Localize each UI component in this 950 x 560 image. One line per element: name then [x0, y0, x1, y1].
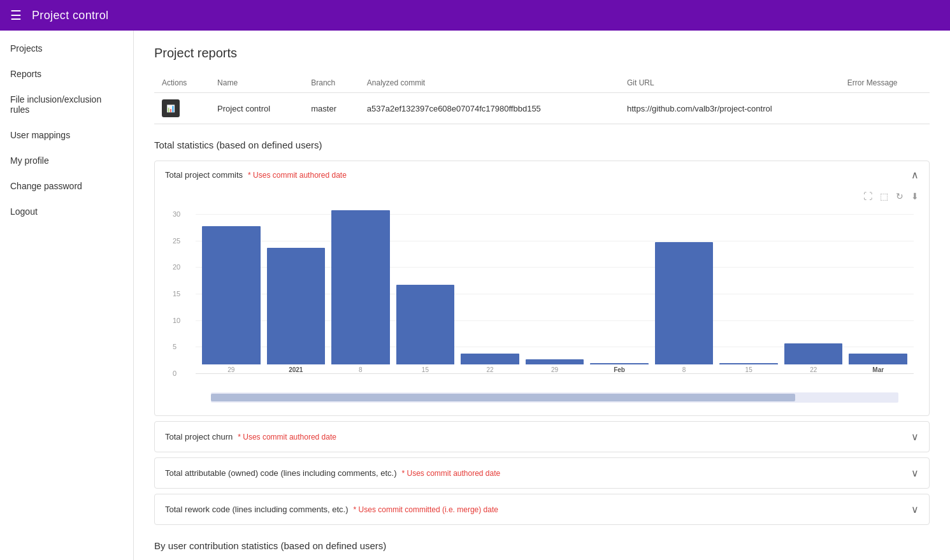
chart-scrollbar[interactable]: [211, 392, 898, 403]
commits-header-left: Total project commits * Uses commit auth…: [165, 170, 347, 180]
app-title: Project control: [32, 9, 108, 22]
bar-label-9: 22: [810, 366, 817, 373]
row-git-url: https://github.com/valb3r/project-contro…: [619, 93, 840, 124]
rework-chart-card: Total rework code (lines including comme…: [154, 494, 930, 525]
churn-header-left: Total project churn * Uses commit author…: [165, 432, 336, 442]
toolbar-download-icon[interactable]: ⬇: [911, 191, 919, 201]
attributable-chart-header[interactable]: Total attributable (owned) code (lines i…: [155, 458, 929, 488]
row-branch: master: [303, 93, 359, 124]
col-error: Error Message: [840, 73, 930, 93]
bar-group-5: 29: [526, 359, 584, 373]
bar-group-3: 15: [396, 285, 455, 373]
by-user-section-title: By user contribution statistics (based o…: [154, 540, 930, 551]
col-name: Name: [210, 73, 303, 93]
total-stats-section: Total statistics (based on defined users…: [154, 140, 930, 525]
bar-group-1: 2021: [267, 248, 326, 373]
bar-label-8: 15: [745, 366, 752, 373]
toolbar-crop-icon[interactable]: ⛶: [863, 191, 872, 201]
bar-group-10: Mar: [849, 354, 907, 373]
bar-label-5: 29: [551, 366, 558, 373]
rework-expand-icon[interactable]: ∨: [911, 503, 919, 515]
bar-8: [719, 363, 778, 364]
bar-group-9: 22: [784, 343, 843, 373]
bar-label-1: 2021: [289, 366, 303, 373]
col-git-url: Git URL: [619, 73, 840, 93]
row-error: [840, 93, 930, 124]
attributable-expand-icon[interactable]: ∨: [911, 467, 919, 479]
churn-expand-icon[interactable]: ∨: [911, 431, 919, 443]
bar-4: [461, 354, 519, 364]
sidebar-item-change-password[interactable]: Change password: [0, 173, 133, 199]
bar-group-0: 29: [202, 226, 261, 373]
action-chart-icon[interactable]: 📊: [162, 99, 180, 117]
bar-group-2: 8: [331, 210, 390, 373]
sidebar-item-user-mappings[interactable]: User mappings: [0, 122, 133, 148]
row-name: Project control: [210, 93, 303, 124]
bar-7: [655, 242, 714, 364]
sidebar-item-projects[interactable]: Projects: [0, 36, 133, 61]
sidebar-item-logout[interactable]: Logout: [0, 199, 133, 224]
rework-uses-label: * Uses commit committed (i.e. merge) dat…: [354, 505, 498, 514]
sidebar-item-reports[interactable]: Reports: [0, 61, 133, 87]
bar-9: [784, 343, 843, 364]
topbar: ☰ Project control: [0, 0, 950, 31]
churn-uses-label: * Uses commit authored date: [238, 433, 336, 442]
bar-group-4: 22: [461, 354, 519, 373]
bar-label-6: Feb: [614, 366, 625, 373]
commits-uses-label: * Uses commit authored date: [248, 171, 347, 180]
bar-label-3: 15: [422, 366, 429, 373]
rework-header-left: Total rework code (lines including comme…: [165, 505, 498, 514]
page-title: Project reports: [154, 46, 930, 61]
total-stats-title: Total statistics (based on defined users…: [154, 140, 930, 150]
attributable-uses-label: * Uses commit authored date: [401, 469, 500, 478]
commits-bar-chart: 30 25 20 15 10: [155, 204, 929, 415]
bar-0: [202, 226, 261, 364]
sidebar-item-file-inclusion[interactable]: File inclusion/exclusion rules: [0, 87, 133, 122]
attributable-header-left: Total attributable (owned) code (lines i…: [165, 468, 500, 478]
menu-icon[interactable]: ☰: [10, 8, 22, 23]
bar-3: [396, 285, 455, 364]
bar-2: [331, 210, 390, 364]
bar-label-2: 8: [359, 366, 363, 373]
bar-group-8: 15: [719, 363, 778, 373]
rework-chart-header[interactable]: Total rework code (lines including comme…: [155, 494, 929, 524]
scrollbar-thumb: [211, 394, 795, 401]
churn-chart-header[interactable]: Total project churn * Uses commit author…: [155, 422, 929, 452]
bar-1: [267, 248, 326, 364]
bar-group-7: 8: [655, 242, 714, 373]
commits-chart-toolbar: ⛶ ⬚ ↻ ⬇: [155, 189, 929, 204]
commits-chart-card: Total project commits * Uses commit auth…: [154, 161, 930, 416]
bar-6: [590, 363, 649, 364]
sidebar-item-my-profile[interactable]: My profile: [0, 148, 133, 173]
col-commit: Analyzed commit: [359, 73, 619, 93]
attributable-chart-title: Total attributable (owned) code (lines i…: [165, 468, 396, 478]
bar-label-10: Mar: [872, 366, 884, 373]
col-actions: Actions: [154, 73, 210, 93]
churn-chart-title: Total project churn: [165, 432, 233, 442]
table-row: 📊 Project control master a537a2ef132397c…: [154, 93, 930, 124]
bar-label-4: 22: [486, 366, 493, 373]
rework-chart-title: Total rework code (lines including comme…: [165, 505, 349, 514]
commits-chart-header[interactable]: Total project commits * Uses commit auth…: [155, 161, 929, 189]
main-content: Project reports Actions Name Branch Anal…: [134, 31, 950, 560]
bar-10: [849, 354, 907, 364]
attributable-chart-card: Total attributable (owned) code (lines i…: [154, 457, 930, 489]
bar-5: [526, 359, 584, 364]
sidebar: Projects Reports File inclusion/exclusio…: [0, 31, 134, 560]
toolbar-refresh-icon[interactable]: ↻: [896, 191, 903, 201]
col-branch: Branch: [303, 73, 359, 93]
commits-chart-title: Total project commits: [165, 170, 243, 180]
bar-label-7: 8: [682, 366, 686, 373]
row-commit: a537a2ef132397ce608e07074fc17980ffbbd155: [359, 93, 619, 124]
commits-collapse-icon[interactable]: ∧: [911, 169, 919, 181]
churn-chart-card: Total project churn * Uses commit author…: [154, 421, 930, 452]
bar-group-6: Feb: [590, 363, 649, 373]
toolbar-square-icon[interactable]: ⬚: [880, 191, 888, 201]
bar-label-0: 29: [227, 366, 234, 373]
reports-table: Actions Name Branch Analyzed commit Git …: [154, 73, 930, 124]
row-action[interactable]: 📊: [154, 93, 210, 124]
